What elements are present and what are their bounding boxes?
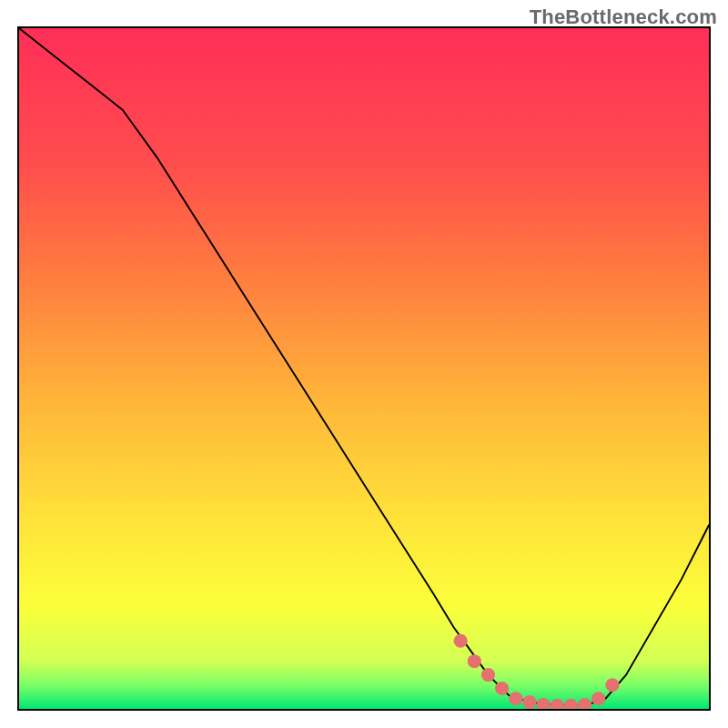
gradient-background: [19, 28, 709, 709]
highlight-marker: [605, 678, 619, 692]
highlight-marker: [495, 682, 509, 695]
highlight-marker: [468, 654, 481, 668]
plot-area: [17, 26, 711, 711]
watermark-text: TheBottleneck.com: [530, 5, 717, 29]
chart-svg: [19, 28, 709, 709]
highlight-marker: [592, 692, 605, 705]
highlight-marker: [509, 692, 522, 705]
highlight-marker: [454, 634, 468, 648]
highlight-marker: [481, 668, 495, 682]
highlight-marker: [522, 695, 536, 709]
chart-container: TheBottleneck.com: [0, 0, 728, 728]
